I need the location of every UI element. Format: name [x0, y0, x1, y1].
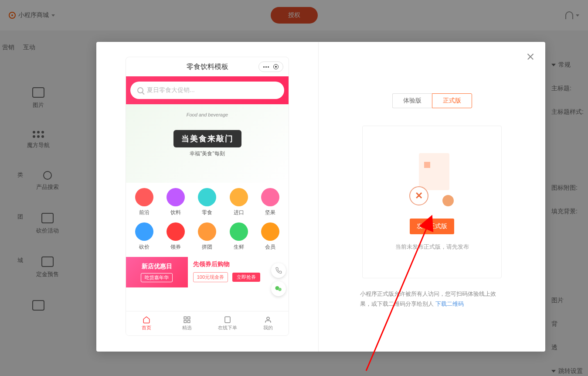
tab-label: 精选 [182, 325, 192, 331]
category-item[interactable]: 砍价 [129, 222, 159, 251]
category-label: 前沿 [139, 209, 150, 216]
search-placeholder: 夏日零食大促销... [147, 86, 195, 94]
search-band: 夏日零食大促销... [126, 76, 289, 104]
category-label: 领券 [170, 243, 181, 251]
tab-trial-version[interactable]: 体验版 [392, 93, 432, 108]
info-text: 小程序正式版允许被所有人访问，您可扫码体验线上效果，或下载二维码分享给别人 下载… [360, 289, 504, 309]
publish-modal: 零食饮料模板 夏日零食大促销... Food and beverage 当美食来… [96, 42, 545, 352]
tab-首页[interactable]: 首页 [126, 311, 167, 335]
publish-official-button[interactable]: 发布正式版 [410, 219, 454, 234]
download-qr-link[interactable]: 下载二维码 [435, 301, 464, 307]
category-item[interactable]: 坚果 [255, 188, 285, 216]
tab-icon [143, 316, 150, 324]
grab-button[interactable]: 立即抢券 [232, 273, 260, 282]
svg-rect-6 [225, 317, 230, 323]
category-item[interactable]: 零食 [192, 188, 222, 216]
svg-point-7 [267, 317, 269, 320]
promo-left[interactable]: 新店优惠日 吃货嘉年华 [126, 257, 188, 287]
modal-action-pane: 体验版 正式版 ✕ 发布正式版 当前未发布正式版，请先发布 小程序正式版允许被所… [319, 42, 545, 352]
svg-rect-5 [184, 321, 186, 323]
tab-icon [264, 316, 272, 324]
info-text-content: 小程序正式版允许被所有人访问，您可扫码体验线上效果，或下载二维码分享给别人 [360, 291, 496, 307]
category-label: 会员 [265, 243, 275, 251]
promo-left-button[interactable]: 吃货嘉年华 [141, 273, 173, 282]
category-item[interactable]: 拼团 [192, 222, 222, 251]
category-item[interactable]: 会员 [255, 222, 285, 251]
category-item[interactable]: 生鲜 [224, 222, 254, 251]
svg-rect-4 [187, 321, 190, 323]
tab-在线下单[interactable]: 在线下单 [207, 311, 248, 335]
modal-preview-pane: 零食饮料模板 夏日零食大促销... Food and beverage 当美食来… [96, 42, 319, 352]
close-target-icon [273, 64, 279, 69]
wechat-float-icon[interactable] [271, 281, 286, 296]
category-item[interactable]: 进口 [224, 188, 254, 216]
category-item[interactable]: 前沿 [129, 188, 159, 216]
wechat-capsule[interactable] [258, 62, 283, 72]
category-label: 拼团 [202, 243, 212, 251]
tab-icon [224, 316, 231, 324]
tab-label: 在线下单 [218, 325, 237, 331]
category-label: 零食 [202, 209, 212, 216]
category-label: 进口 [234, 209, 244, 216]
category-label: 砍价 [139, 243, 150, 251]
category-grid: 前沿饮料零食进口坚果砍价领券拼团生鲜会员 [126, 183, 289, 253]
status-card: ✕ 发布正式版 当前未发布正式版，请先发布 [362, 126, 502, 278]
tab-official-version[interactable]: 正式版 [432, 93, 472, 108]
tab-精选[interactable]: 精选 [167, 311, 207, 335]
version-tabs: 体验版 正式版 [329, 93, 535, 108]
phone-float-icon[interactable] [271, 263, 286, 278]
svg-rect-2 [184, 317, 186, 319]
category-icon [261, 188, 279, 206]
category-label: 坚果 [265, 209, 275, 216]
category-icon [261, 222, 279, 241]
promo-row: 新店优惠日 吃货嘉年华 先领券后购物 100元现金券 立即抢券 [126, 257, 289, 287]
category-item[interactable]: 饮料 [161, 188, 190, 216]
phone-title: 零食饮料模板 [187, 62, 228, 72]
search-icon [137, 87, 143, 93]
banner-subtitle: 幸福"美食"每刻 [190, 150, 225, 157]
coupon-chip[interactable]: 100元现金券 [193, 272, 228, 282]
category-icon [167, 222, 185, 241]
category-icon [230, 222, 248, 241]
tab-label: 我的 [263, 325, 273, 331]
category-icon [135, 188, 153, 206]
banner-title: 当美食来敲门 [173, 130, 241, 147]
float-actions [271, 263, 286, 296]
hero-banner[interactable]: Food and beverage 当美食来敲门 幸福"美食"每刻 [126, 104, 289, 183]
phone-header: 零食饮料模板 [126, 57, 289, 76]
promo-left-title: 新店优惠日 [142, 263, 172, 270]
svg-rect-3 [187, 317, 190, 319]
category-label: 生鲜 [234, 243, 244, 251]
category-icon [198, 188, 216, 206]
empty-state-illustration: ✕ [397, 153, 467, 210]
promo-right-title: 先领券后购物 [193, 260, 230, 268]
category-icon [135, 222, 153, 241]
tab-我的[interactable]: 我的 [248, 311, 289, 335]
tab-label: 首页 [142, 325, 151, 331]
category-icon [230, 188, 248, 206]
menu-icon [263, 66, 269, 68]
banner-script: Food and beverage [187, 112, 228, 117]
tab-icon [183, 316, 191, 324]
search-input[interactable]: 夏日零食大促销... [130, 82, 284, 99]
phone-preview: 零食饮料模板 夏日零食大促销... Food and beverage 当美食来… [126, 57, 289, 336]
category-item[interactable]: 领券 [161, 222, 190, 251]
status-text: 当前未发布正式版，请先发布 [395, 243, 469, 251]
category-icon [167, 188, 185, 206]
close-button[interactable] [527, 53, 534, 60]
category-icon [198, 222, 216, 241]
error-icon: ✕ [409, 186, 428, 205]
category-label: 饮料 [170, 209, 181, 216]
svg-point-1 [278, 288, 282, 291]
bottom-tab-bar: 首页精选在线下单我的 [126, 311, 289, 335]
